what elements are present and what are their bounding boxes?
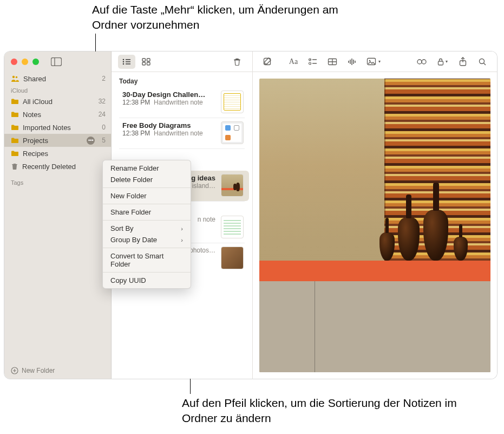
svg-line-38 bbox=[484, 63, 486, 65]
shared-icon bbox=[11, 75, 19, 82]
note-row[interactable]: Free Body Diagrams 12:38 PM Handwritten … bbox=[115, 118, 249, 148]
link-button[interactable] bbox=[413, 55, 431, 69]
note-title: Free Body Diagrams bbox=[122, 121, 215, 129]
ctx-label: Group By Date bbox=[110, 236, 157, 244]
svg-point-9 bbox=[123, 63, 125, 64]
sidebar-section-icloud: iCloud bbox=[4, 85, 111, 95]
sidebar: Shared 2 iCloud All iCloud 32 Notes 24 I… bbox=[4, 51, 112, 379]
note-image bbox=[259, 79, 490, 372]
chevron-right-icon: › bbox=[181, 225, 183, 232]
svg-rect-15 bbox=[142, 62, 146, 65]
sidebar-item-imported[interactable]: Imported Notes 0 bbox=[4, 121, 111, 134]
editor-toolbar: Aa ▾ ▾ bbox=[253, 51, 497, 72]
notes-window: Shared 2 iCloud All iCloud 32 Notes 24 I… bbox=[4, 51, 497, 379]
svg-point-8 bbox=[123, 61, 125, 62]
checklist-button[interactable] bbox=[304, 55, 322, 69]
annotation-bottom: Auf den Pfeil klicken, um die Sortierung… bbox=[182, 396, 485, 426]
menu-separator bbox=[103, 272, 191, 273]
svg-point-3 bbox=[16, 76, 18, 79]
svg-rect-16 bbox=[147, 62, 150, 65]
editor-column: Aa ▾ ▾ bbox=[253, 51, 497, 379]
sidebar-toggle-icon[interactable] bbox=[51, 57, 62, 66]
svg-point-20 bbox=[309, 62, 311, 64]
zoom-icon[interactable] bbox=[32, 59, 39, 65]
traffic-lights bbox=[11, 59, 39, 65]
sidebar-item-notes[interactable]: Notes 24 bbox=[4, 108, 111, 121]
note-preview: n note bbox=[198, 216, 215, 223]
sidebar-item-label: All iCloud bbox=[23, 98, 53, 106]
sidebar-item-count: 5 bbox=[102, 137, 106, 144]
trash-icon bbox=[11, 163, 18, 170]
sidebar-item-all-icloud[interactable]: All iCloud 32 bbox=[4, 95, 111, 108]
svg-point-31 bbox=[369, 60, 371, 61]
ctx-convert-smart[interactable]: Convert to Smart Folder bbox=[103, 250, 191, 270]
ctx-copy-uuid[interactable]: Copy UUID bbox=[103, 275, 191, 286]
note-thumbnail bbox=[221, 174, 244, 197]
ctx-group-by-date[interactable]: Group By Date› bbox=[103, 234, 191, 245]
ctx-new-folder[interactable]: New Folder bbox=[103, 190, 191, 202]
more-button[interactable]: ••• bbox=[87, 137, 95, 145]
list-view-button[interactable] bbox=[118, 55, 135, 69]
note-preview: Handwritten note bbox=[154, 129, 203, 137]
lock-button[interactable]: ▾ bbox=[432, 55, 453, 69]
svg-point-7 bbox=[123, 59, 125, 60]
sidebar-item-label: Recipes bbox=[23, 150, 48, 158]
new-folder-button[interactable]: New Folder bbox=[4, 362, 111, 379]
note-thumbnail bbox=[221, 121, 244, 144]
chevron-down-icon: ▾ bbox=[446, 59, 448, 64]
note-preview: Handwritten note bbox=[154, 99, 203, 106]
svg-rect-13 bbox=[142, 59, 146, 61]
svg-point-37 bbox=[480, 59, 485, 63]
editor-body[interactable] bbox=[253, 72, 497, 379]
share-button[interactable] bbox=[454, 55, 472, 69]
folder-context-menu: Rename Folder Delete Folder New Folder S… bbox=[102, 160, 191, 289]
folder-icon bbox=[11, 111, 19, 118]
sidebar-section-tags: Tags bbox=[4, 177, 111, 187]
svg-rect-0 bbox=[51, 58, 62, 66]
folder-icon bbox=[11, 150, 19, 157]
note-row[interactable]: 30-Day Design Challen… 12:38 PM Handwrit… bbox=[115, 87, 249, 118]
folder-icon bbox=[11, 137, 19, 144]
ctx-rename-folder[interactable]: Rename Folder bbox=[103, 163, 191, 174]
chevron-down-icon: ▾ bbox=[378, 59, 381, 64]
compose-button[interactable] bbox=[258, 55, 277, 69]
grid-view-button[interactable] bbox=[138, 55, 155, 69]
sidebar-item-projects[interactable]: Projects ••• 5 bbox=[4, 134, 111, 147]
delete-note-button[interactable] bbox=[228, 55, 246, 69]
annotation-top: Auf die Taste „Mehr“ klicken, um Änderun… bbox=[92, 2, 374, 33]
ctx-delete-folder[interactable]: Delete Folder bbox=[103, 174, 191, 185]
plus-circle-icon bbox=[11, 367, 18, 374]
sidebar-item-count: 2 bbox=[102, 75, 106, 82]
search-button[interactable] bbox=[473, 55, 492, 69]
table-button[interactable] bbox=[323, 55, 342, 69]
notes-section-head: Today bbox=[112, 75, 252, 87]
sidebar-item-count: 32 bbox=[99, 98, 106, 105]
menu-separator bbox=[103, 248, 191, 248]
note-time: 12:38 PM bbox=[122, 129, 150, 137]
sidebar-item-recently-deleted[interactable]: Recently Deleted bbox=[4, 160, 111, 173]
audio-button[interactable] bbox=[343, 55, 361, 69]
sidebar-item-label: Projects bbox=[23, 137, 48, 145]
close-icon[interactable] bbox=[11, 59, 17, 65]
ctx-sort-by[interactable]: Sort By› bbox=[103, 223, 191, 234]
note-title: 30-Day Design Challen… bbox=[122, 90, 215, 99]
folder-icon bbox=[11, 124, 19, 131]
menu-separator bbox=[103, 204, 191, 204]
sidebar-item-label: Notes bbox=[23, 111, 41, 119]
ctx-share-folder[interactable]: Share Folder bbox=[103, 206, 191, 218]
svg-point-33 bbox=[422, 60, 426, 64]
svg-point-32 bbox=[417, 60, 422, 64]
sidebar-item-label: Imported Notes bbox=[23, 124, 71, 132]
note-time: 12:38 PM bbox=[122, 99, 150, 106]
note-thumbnail bbox=[221, 247, 244, 269]
titlebar bbox=[4, 51, 111, 72]
minimize-icon[interactable] bbox=[22, 59, 28, 65]
sidebar-item-count: 24 bbox=[99, 111, 106, 118]
format-button[interactable]: Aa bbox=[284, 55, 303, 69]
sidebar-item-shared[interactable]: Shared 2 bbox=[4, 72, 111, 85]
note-preview: photos… bbox=[189, 247, 215, 254]
note-thumbnail bbox=[221, 216, 244, 238]
chevron-right-icon: › bbox=[181, 237, 183, 243]
sidebar-item-recipes[interactable]: Recipes bbox=[4, 147, 111, 160]
media-button[interactable]: ▾ bbox=[362, 55, 385, 69]
